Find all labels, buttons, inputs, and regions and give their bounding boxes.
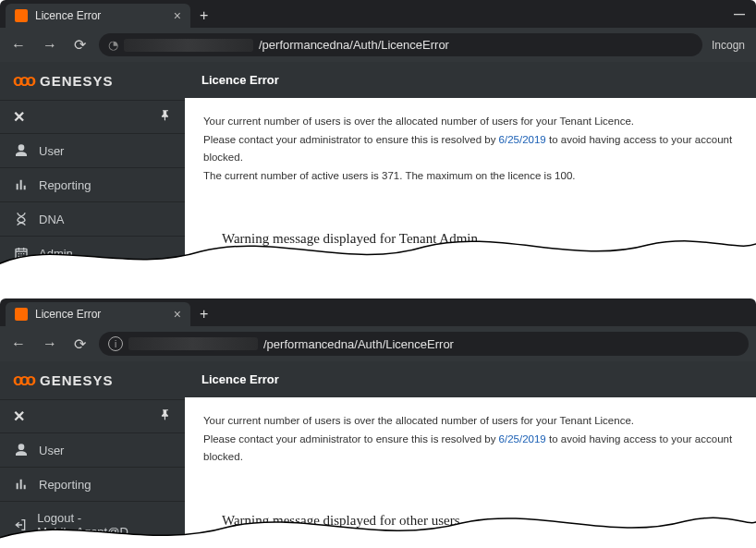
url-path: /performancedna/Auth/LicenceError (259, 38, 449, 52)
site-info-icon[interactable]: i (108, 336, 123, 351)
app-frame: ooo GENESYS ✕ User Reporting (0, 62, 756, 271)
browser-addressbar: ← → ⟳ ◔ /performancedna/Auth/LicenceErro… (0, 28, 756, 62)
reload-button[interactable]: ⟳ (70, 36, 90, 54)
content-area: Licence Error Your current number of use… (185, 361, 756, 548)
browser-tabbar: Licence Error × + — (0, 0, 756, 28)
brand: ooo GENESYS (0, 361, 185, 399)
msg-line-2: Please contact your administrator to ens… (203, 131, 738, 167)
logout-icon (13, 518, 28, 532)
sidebar-pin-icon[interactable] (159, 109, 172, 125)
screenshot-admin: Licence Error × + — ← → ⟳ ◔ /performance… (0, 0, 756, 271)
incognito-label: Incogn (712, 39, 749, 52)
brand: ooo GENESYS (0, 62, 185, 100)
sidebar-item-label: Reporting (39, 178, 91, 192)
sidebar: ooo GENESYS ✕ User Reporting (0, 361, 185, 548)
tab-title: Licence Error (35, 308, 101, 321)
sidebar-pin-icon[interactable] (159, 408, 172, 424)
sidebar-item-label: Admin (39, 247, 73, 261)
resolve-date-link[interactable]: 6/25/2019 (499, 433, 546, 444)
url-field[interactable]: i /performancedna/Auth/LicenceError (99, 332, 749, 356)
favicon-icon (15, 9, 28, 22)
browser-tabbar: Licence Error × + (0, 298, 756, 326)
dna-icon (13, 212, 30, 226)
back-button[interactable]: ← (7, 37, 30, 54)
msg-line-2: Please contact your administrator to ens… (203, 431, 738, 467)
brand-text: GENESYS (40, 73, 114, 89)
sidebar-close-button[interactable]: ✕ (13, 108, 25, 126)
brand-logo-icon: ooo (13, 71, 32, 91)
msg-line-3: The current number of active users is 37… (203, 167, 738, 186)
page-heading: Licence Error (185, 62, 756, 98)
licence-message: Your current number of users is over the… (185, 98, 756, 209)
msg-line-2-prefix: Please contact your administrator to ens… (203, 433, 499, 444)
msg-line-1: Your current number of users is over the… (203, 113, 738, 131)
barchart-icon (13, 477, 30, 492)
browser-tab[interactable]: Licence Error × (6, 4, 190, 28)
barchart-icon (13, 177, 30, 192)
tab-close-icon[interactable]: × (174, 308, 181, 321)
favicon-icon (15, 308, 28, 321)
sidebar-item-dna[interactable]: DNA (0, 202, 185, 237)
sidebar: ooo GENESYS ✕ User Reporting (0, 62, 185, 271)
tab-title: Licence Error (35, 9, 101, 22)
forward-button[interactable]: → (39, 37, 61, 54)
annotation-caption-admin: Warning message displayed for Tenant Adm… (185, 209, 756, 256)
window-minimize-icon[interactable]: — (734, 7, 745, 20)
sidebar-close-button[interactable]: ✕ (13, 408, 25, 425)
sidebar-item-label: User (39, 144, 64, 158)
app-frame: ooo GENESYS ✕ User Reporting (0, 361, 756, 548)
page-heading: Licence Error (185, 361, 756, 397)
sidebar-item-label: Reporting (39, 478, 91, 492)
user-icon (13, 443, 30, 457)
browser-tab[interactable]: Licence Error × (6, 302, 190, 326)
sidebar-item-reporting[interactable]: Reporting (0, 468, 185, 502)
reload-button[interactable]: ⟳ (70, 335, 90, 353)
url-path: /performancedna/Auth/LicenceError (263, 337, 454, 351)
sidebar-item-user[interactable]: User (0, 134, 185, 168)
url-blurred-host (124, 39, 253, 52)
browser-addressbar: ← → ⟳ i /performancedna/Auth/LicenceErro… (0, 326, 756, 361)
calendar-icon (13, 246, 30, 261)
brand-logo-icon: ooo (13, 371, 32, 390)
site-security-icon: ◔ (108, 38, 118, 52)
msg-line-1: Your current number of users is over the… (203, 412, 738, 431)
brand-text: GENESYS (40, 372, 114, 388)
sidebar-controls: ✕ (0, 399, 185, 433)
annotation-caption-user: Warning message displayed for other user… (185, 491, 756, 538)
url-field[interactable]: ◔ /performancedna/Auth/LicenceError (99, 33, 702, 56)
screenshot-user: Licence Error × + ← → ⟳ i /performancedn… (0, 298, 756, 548)
msg-line-2-prefix: Please contact your administrator to ens… (203, 134, 499, 145)
sidebar-item-logout[interactable]: Logout - Mobile.Agent@D... (0, 502, 185, 548)
url-blurred-host (128, 337, 258, 350)
forward-button[interactable]: → (39, 335, 61, 352)
sidebar-controls: ✕ (0, 100, 185, 134)
sidebar-item-reporting[interactable]: Reporting (0, 168, 185, 202)
back-button[interactable]: ← (7, 335, 30, 352)
resolve-date-link[interactable]: 6/25/2019 (499, 134, 546, 145)
content-area: Licence Error Your current number of use… (185, 62, 756, 271)
new-tab-button[interactable]: + (190, 4, 217, 28)
tab-close-icon[interactable]: × (174, 9, 181, 22)
new-tab-button[interactable]: + (190, 302, 217, 326)
user-icon (13, 143, 30, 158)
sidebar-item-label: DNA (39, 213, 64, 226)
sidebar-item-user[interactable]: User (0, 433, 185, 468)
licence-message: Your current number of users is over the… (185, 397, 756, 491)
sidebar-item-admin[interactable]: Admin (0, 237, 185, 271)
sidebar-item-label: Logout - Mobile.Agent@D... (37, 511, 172, 539)
sidebar-item-label: User (39, 444, 64, 457)
